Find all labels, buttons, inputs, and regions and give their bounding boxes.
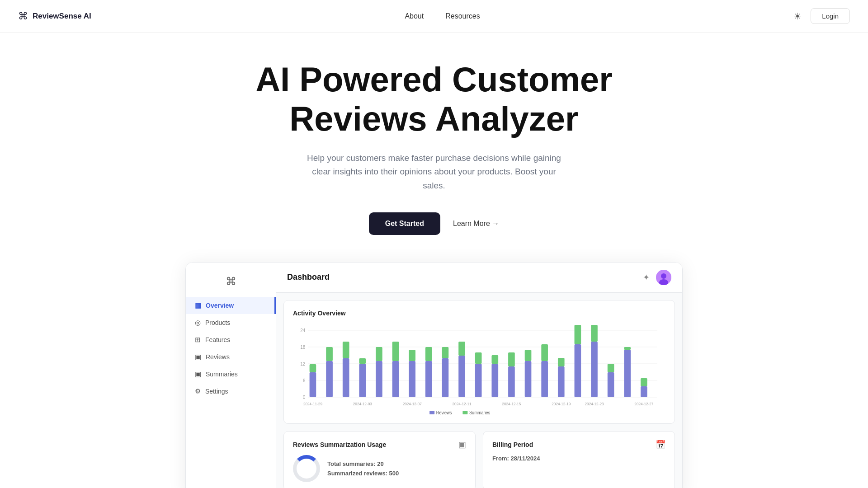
usage-row: Total summaries: 20 Summarized reviews: … [293, 455, 466, 482]
svg-rect-50 [608, 364, 614, 372]
svg-rect-39 [525, 361, 532, 397]
products-icon: ◎ [195, 319, 201, 327]
svg-rect-14 [310, 364, 316, 372]
svg-rect-17 [343, 358, 349, 397]
svg-rect-42 [541, 344, 548, 361]
dashboard-container: ⌘ ▦ Overview ◎ Products ⊞ Features ▣ Rev… [185, 262, 683, 488]
svg-rect-16 [326, 347, 333, 361]
svg-text:2024-12-07: 2024-12-07 [403, 402, 422, 406]
svg-rect-33 [475, 364, 482, 397]
svg-text:12: 12 [300, 361, 305, 367]
svg-rect-63 [429, 411, 434, 414]
sidebar-item-summaries[interactable]: ▣ Summaries [186, 366, 276, 383]
sidebar-logo: ⌘ [186, 272, 276, 297]
svg-text:2024-12-27: 2024-12-27 [634, 402, 653, 406]
svg-rect-43 [558, 366, 565, 397]
settings-icon: ⚙ [195, 387, 201, 395]
bottom-cards: Reviews Summarization Usage ▣ Total summ… [283, 431, 675, 488]
bar-chart-svg: 24 18 12 6 0 [293, 324, 665, 414]
brand-logo[interactable]: ⌘ ReviewSense AI [18, 10, 91, 22]
billing-card-header: Billing Period 📅 [492, 440, 665, 450]
usage-card: Reviews Summarization Usage ▣ Total summ… [283, 431, 476, 488]
svg-text:2024-12-11: 2024-12-11 [453, 402, 472, 406]
svg-text:2024-12-03: 2024-12-03 [353, 402, 372, 406]
sidebar-item-reviews[interactable]: ▣ Reviews [186, 348, 276, 366]
get-started-button[interactable]: Get Started [369, 212, 440, 235]
svg-text:24: 24 [300, 328, 305, 333]
svg-rect-21 [376, 361, 382, 397]
sidebar-item-features[interactable]: ⊞ Features [186, 331, 276, 348]
avatar[interactable] [656, 270, 671, 285]
sidebar: ⌘ ▦ Overview ◎ Products ⊞ Features ▣ Rev… [186, 263, 276, 488]
chart-area: 24 18 12 6 0 [293, 324, 665, 414]
brand-name: ReviewSense AI [33, 12, 91, 21]
navbar-right: ☀ Login [793, 8, 850, 24]
usage-card-title: Reviews Summarization Usage [293, 441, 386, 448]
svg-text:6: 6 [303, 378, 306, 384]
svg-rect-26 [409, 350, 415, 361]
sidebar-brand-icon: ⌘ [226, 275, 236, 288]
theme-toggle-button[interactable]: ☀ [793, 11, 802, 22]
svg-text:2024-11-29: 2024-11-29 [303, 402, 322, 406]
sidebar-item-label: Products [205, 319, 230, 326]
sidebar-item-settings[interactable]: ⚙ Settings [186, 383, 276, 400]
svg-rect-22 [376, 347, 382, 361]
reviews-icon: ▣ [195, 353, 201, 361]
svg-text:18: 18 [300, 344, 305, 350]
summaries-icon: ▣ [195, 370, 201, 378]
svg-point-1 [661, 273, 666, 279]
sidebar-item-label: Settings [205, 388, 228, 395]
svg-rect-27 [425, 361, 432, 397]
billing-card-title: Billing Period [492, 441, 533, 448]
avatar-image [656, 270, 671, 285]
billing-card: Billing Period 📅 From: 28/11/2024 [483, 431, 675, 488]
hero-title: AI Powered Customer Reviews Analyzer [255, 60, 613, 139]
svg-rect-48 [591, 325, 598, 342]
dashboard-inner: ⌘ ▦ Overview ◎ Products ⊞ Features ▣ Rev… [186, 263, 682, 488]
svg-text:2024-12-23: 2024-12-23 [585, 402, 604, 406]
svg-rect-13 [310, 372, 316, 397]
svg-text:2024-12-19: 2024-12-19 [552, 402, 571, 406]
dashboard-header: Dashboard ✦ [276, 263, 682, 293]
svg-rect-38 [508, 352, 515, 366]
svg-rect-52 [624, 347, 631, 350]
hero-section: AI Powered Customer Reviews Analyzer Hel… [0, 0, 868, 262]
learn-more-button[interactable]: Learn More → [453, 220, 499, 228]
svg-text:Reviews: Reviews [436, 410, 452, 414]
overview-icon: ▦ [195, 301, 201, 310]
dashboard-settings-icon[interactable]: ✦ [643, 272, 650, 282]
svg-rect-30 [442, 347, 449, 358]
svg-rect-34 [475, 352, 482, 364]
hero-buttons: Get Started Learn More → [369, 212, 500, 235]
sidebar-item-overview[interactable]: ▦ Overview [186, 297, 276, 314]
svg-rect-54 [641, 378, 647, 386]
svg-rect-49 [608, 372, 614, 397]
svg-rect-65 [462, 411, 467, 414]
svg-rect-15 [326, 361, 333, 397]
summarized-reviews-stat: Summarized reviews: 500 [327, 470, 399, 477]
svg-rect-51 [624, 350, 631, 397]
brand-icon: ⌘ [18, 10, 28, 22]
navbar: ⌘ ReviewSense AI About Resources ☀ Login [0, 0, 868, 33]
login-button[interactable]: Login [811, 8, 850, 24]
svg-rect-47 [591, 342, 598, 397]
svg-rect-35 [491, 364, 498, 397]
svg-rect-18 [343, 342, 349, 358]
usage-card-icon: ▣ [458, 440, 466, 450]
svg-text:Summaries: Summaries [469, 410, 490, 414]
hero-subtitle: Help your customers make faster purchase… [303, 151, 565, 192]
activity-chart-section: Activity Overview 24 18 12 6 0 [283, 300, 675, 424]
svg-rect-24 [392, 342, 399, 361]
svg-rect-28 [425, 347, 432, 361]
chart-title: Activity Overview [293, 310, 665, 317]
navbar-center: About Resources [405, 12, 480, 20]
usage-donut-chart [293, 455, 320, 482]
sidebar-item-label: Summaries [206, 371, 238, 378]
nav-resources[interactable]: Resources [445, 12, 480, 20]
svg-rect-45 [575, 344, 581, 397]
svg-text:0: 0 [303, 394, 306, 400]
sidebar-item-products[interactable]: ◎ Products [186, 314, 276, 331]
nav-about[interactable]: About [405, 12, 424, 20]
billing-from-stat: From: 28/11/2024 [492, 455, 665, 462]
svg-rect-23 [392, 361, 399, 397]
